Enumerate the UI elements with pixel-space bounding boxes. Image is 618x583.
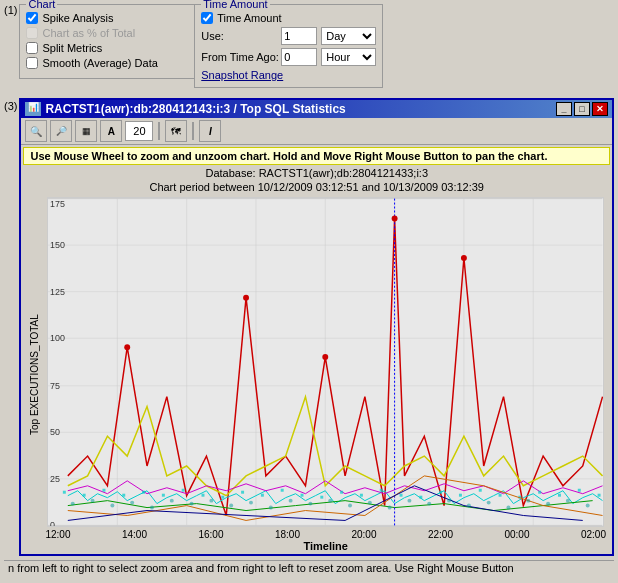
x-axis-labels: 12:00 14:00 16:00 18:00 20:00 22:00 00:0… [43, 529, 608, 540]
x-tick-6: 00:00 [504, 529, 529, 540]
svg-rect-44 [440, 491, 443, 494]
window-title: RACTST1(awr):db:280412143:i:3 / Top SQL … [45, 102, 345, 116]
svg-point-82 [547, 502, 551, 506]
svg-point-80 [507, 506, 511, 510]
x-tick-7: 02:00 [581, 529, 606, 540]
chart-wrapper: Top EXECUTIONS_TOTAL [25, 195, 608, 554]
svg-rect-51 [578, 489, 581, 492]
chart-area[interactable]: 0 25 50 75 100 125 150 175 [47, 197, 604, 527]
svg-text:50: 50 [50, 427, 60, 437]
toolbar-search-btn[interactable]: 🔎 [50, 120, 72, 142]
svg-text:150: 150 [50, 240, 65, 250]
day-select[interactable]: Day Week Month [321, 27, 376, 45]
svg-point-60 [111, 504, 115, 508]
use-input[interactable] [281, 27, 317, 45]
outer-container: (1) Chart Spike Analysis Chart as % of T… [0, 0, 618, 583]
from-input[interactable] [281, 48, 317, 66]
svg-rect-38 [321, 496, 324, 499]
x-tick-5: 22:00 [428, 529, 453, 540]
chart-pct-row: Chart as % of Total [26, 27, 212, 39]
x-tick-0: 12:00 [45, 529, 70, 540]
svg-rect-37 [301, 494, 304, 497]
svg-point-54 [244, 295, 250, 301]
toolbar-magnify-btn[interactable]: 🔍 [25, 120, 47, 142]
svg-point-77 [448, 499, 452, 503]
svg-point-59 [91, 499, 95, 503]
toolbar-separator [158, 122, 160, 140]
status-bar: n from left to right to select zoom area… [4, 560, 614, 575]
toolbar-i-btn[interactable]: I [199, 120, 221, 142]
svg-rect-31 [182, 489, 185, 492]
toolbar-a-btn[interactable]: A [100, 120, 122, 142]
svg-point-74 [388, 506, 392, 510]
toolbar-number-input[interactable] [125, 121, 153, 141]
svg-point-70 [309, 502, 313, 506]
svg-point-75 [408, 499, 412, 503]
x-tick-2: 16:00 [198, 529, 223, 540]
svg-rect-35 [261, 494, 264, 497]
svg-point-53 [125, 344, 131, 350]
db-line1: Database: RACTST1(awr);db:2804121433;i:3 [21, 167, 612, 179]
svg-point-56 [392, 215, 398, 221]
chart-panel-title: Chart [26, 0, 57, 10]
split-metrics-row: Split Metrics [26, 42, 212, 54]
minimize-button[interactable]: _ [556, 102, 572, 116]
chart-panel: Chart Spike Analysis Chart as % of Total… [19, 4, 219, 79]
time-amount-panel: Time Amount Time Amount Use: Day Week Mo… [194, 4, 383, 88]
x-tick-3: 18:00 [275, 529, 300, 540]
svg-point-73 [368, 501, 372, 505]
svg-text:100: 100 [50, 333, 65, 343]
svg-rect-45 [459, 494, 462, 497]
svg-point-71 [329, 499, 333, 503]
toolbar-map-btn[interactable]: 🗺 [165, 120, 187, 142]
svg-point-79 [487, 501, 491, 505]
hour-select[interactable]: Hour Minute Second [321, 48, 376, 66]
x-tick-1: 14:00 [122, 529, 147, 540]
time-amount-panel-title: Time Amount [201, 0, 269, 10]
svg-rect-28 [123, 494, 126, 497]
svg-rect-43 [420, 496, 423, 499]
chart-pct-checkbox[interactable] [26, 27, 38, 39]
smooth-data-label: Smooth (Average) Data [42, 57, 157, 69]
use-label: Use: [201, 30, 281, 42]
svg-point-83 [566, 499, 570, 503]
spike-analysis-checkbox[interactable] [26, 12, 38, 24]
section-3-container: (3) 📊 RACTST1(awr):db:280412143:i:3 / To… [4, 94, 614, 556]
toolbar-separator-2 [192, 122, 194, 140]
svg-point-63 [170, 499, 174, 503]
svg-rect-40 [360, 494, 363, 497]
spike-analysis-label: Spike Analysis [42, 12, 113, 24]
db-line2: Chart period between 10/12/2009 03:12:51… [21, 181, 612, 193]
split-metrics-label: Split Metrics [42, 42, 102, 54]
svg-rect-41 [380, 489, 383, 492]
svg-text:75: 75 [50, 381, 60, 391]
snapshot-range-link[interactable]: Snapshot Range [201, 69, 376, 81]
smooth-data-checkbox[interactable] [26, 57, 38, 69]
window-icon: 📊 [25, 102, 41, 116]
window-buttons: _ □ ✕ [556, 102, 608, 116]
close-button[interactable]: ✕ [592, 102, 608, 116]
svg-rect-42 [400, 494, 403, 497]
time-amount-checkbox[interactable] [201, 12, 213, 24]
svg-rect-26 [83, 494, 86, 497]
chart-content: 0 25 50 75 100 125 150 175 [43, 195, 608, 554]
toolbar-grid-btn[interactable]: ▦ [75, 120, 97, 142]
svg-point-78 [467, 504, 471, 508]
svg-point-66 [230, 504, 234, 508]
from-label: From Time Ago: [201, 51, 281, 63]
svg-rect-52 [598, 494, 601, 497]
window-titlebar: 📊 RACTST1(awr):db:280412143:i:3 / Top SQ… [21, 100, 612, 118]
svg-rect-25 [63, 491, 66, 494]
from-row: From Time Ago: Hour Minute Second [201, 48, 376, 66]
svg-point-57 [461, 255, 467, 261]
svg-point-72 [349, 504, 353, 508]
window-toolbar: 🔍 🔎 ▦ A 🗺 I [21, 118, 612, 145]
maximize-button[interactable]: □ [574, 102, 590, 116]
svg-point-76 [428, 502, 432, 506]
svg-point-67 [249, 501, 253, 505]
window-container: 📊 RACTST1(awr):db:280412143:i:3 / Top SQ… [19, 94, 614, 556]
split-metrics-checkbox[interactable] [26, 42, 38, 54]
svg-rect-27 [103, 489, 106, 492]
section-num-1: (1) [4, 4, 17, 16]
svg-rect-30 [162, 494, 165, 497]
